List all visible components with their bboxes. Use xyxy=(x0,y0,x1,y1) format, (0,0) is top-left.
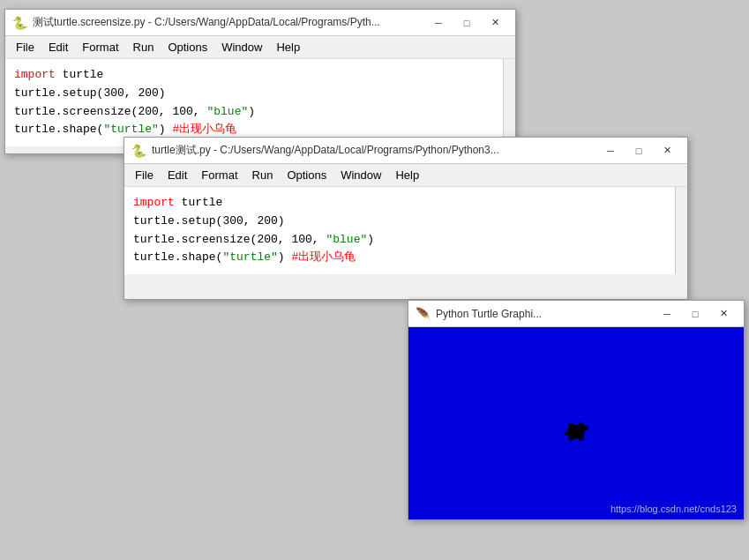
window2-controls: ─ □ ✕ xyxy=(597,141,680,161)
title-bar-2: 🐍 turtle测试.py - C:/Users/Wang/AppData/Lo… xyxy=(124,138,687,164)
turtle-svg xyxy=(558,415,594,446)
menu-edit-1[interactable]: Edit xyxy=(41,38,75,56)
window3-controls: ─ □ ✕ xyxy=(654,304,737,324)
svg-point-2 xyxy=(565,431,570,435)
window1-icon: 🐍 xyxy=(12,16,27,30)
close-button-2[interactable]: ✕ xyxy=(654,141,680,161)
menu-bar-2: File Edit Format Run Options Window Help xyxy=(124,164,687,187)
menu-run-2[interactable]: Run xyxy=(245,166,281,184)
window2-title: turtle测试.py - C:/Users/Wang/AppData/Loca… xyxy=(152,143,499,158)
menu-options-1[interactable]: Options xyxy=(161,38,214,56)
title-bar-3: 🪶 Python Turtle Graphi... ─ □ ✕ xyxy=(408,301,744,327)
menu-edit-2[interactable]: Edit xyxy=(161,166,194,184)
title-bar-left-1: 🐍 测试turtle.screensize.py - C:/Users/Wang… xyxy=(12,15,425,30)
close-button-1[interactable]: ✕ xyxy=(482,13,508,33)
window3-title: Python Turtle Graphi... xyxy=(436,308,542,320)
close-button-3[interactable]: ✕ xyxy=(710,304,737,324)
title-bar-left-2: 🐍 turtle测试.py - C:/Users/Wang/AppData/Lo… xyxy=(131,143,597,158)
code-line-2-1: import turtle xyxy=(133,194,678,213)
watermark: https://blog.csdn.net/cnds123 xyxy=(610,504,737,514)
window1-controls: ─ □ ✕ xyxy=(425,13,508,33)
menu-format-2[interactable]: Format xyxy=(194,166,244,184)
code-line-2-4: turtle.shape("turtle") #出现小乌龟 xyxy=(133,249,678,267)
idle-window-2[interactable]: 🐍 turtle测试.py - C:/Users/Wang/AppData/Lo… xyxy=(124,137,688,300)
window2-body: import turtle turtle.setup(300, 200) tur… xyxy=(124,187,687,274)
window3-icon: 🪶 xyxy=(416,307,431,321)
idle-window-1[interactable]: 🐍 测试turtle.screensize.py - C:/Users/Wang… xyxy=(4,9,516,154)
menu-file-1[interactable]: File xyxy=(9,38,41,56)
minimize-button-3[interactable]: ─ xyxy=(654,304,680,324)
window2-icon: 🐍 xyxy=(131,144,146,158)
title-bar-left-3: 🪶 Python Turtle Graphi... xyxy=(416,307,654,321)
code-line-1-2: turtle.setup(300, 200) xyxy=(14,85,506,103)
minimize-button-1[interactable]: ─ xyxy=(425,13,452,33)
scrollbar-1[interactable] xyxy=(503,59,515,146)
turtle-shape xyxy=(558,415,594,450)
menu-bar-1: File Edit Format Run Options Window Help xyxy=(5,36,515,59)
maximize-button-2[interactable]: □ xyxy=(625,141,652,161)
menu-help-1[interactable]: Help xyxy=(269,38,307,56)
window1-body: import turtle turtle.setup(300, 200) tur… xyxy=(5,59,515,146)
window1-code[interactable]: import turtle turtle.setup(300, 200) tur… xyxy=(5,59,515,146)
turtle-window-body: https://blog.csdn.net/cnds123 xyxy=(408,327,744,519)
menu-window-2[interactable]: Window xyxy=(333,166,388,184)
code-line-1-1: import turtle xyxy=(14,66,506,85)
menu-file-2[interactable]: File xyxy=(128,166,161,184)
minimize-button-2[interactable]: ─ xyxy=(597,141,624,161)
code-line-2-3: turtle.screensize(200, 100, "blue") xyxy=(133,231,678,250)
menu-run-1[interactable]: Run xyxy=(126,38,161,56)
title-bar-1: 🐍 测试turtle.screensize.py - C:/Users/Wang… xyxy=(5,10,515,36)
code-line-2-2: turtle.setup(300, 200) xyxy=(133,213,678,231)
maximize-button-3[interactable]: □ xyxy=(682,304,708,324)
menu-help-2[interactable]: Help xyxy=(388,166,426,184)
maximize-button-1[interactable]: □ xyxy=(453,13,480,33)
menu-options-2[interactable]: Options xyxy=(280,166,333,184)
scrollbar-2[interactable] xyxy=(675,187,687,274)
turtle-graphics-window[interactable]: 🪶 Python Turtle Graphi... ─ □ ✕ xyxy=(408,300,745,520)
window2-code[interactable]: import turtle turtle.setup(300, 200) tur… xyxy=(124,187,687,274)
menu-format-1[interactable]: Format xyxy=(75,38,125,56)
code-line-1-3: turtle.screensize(200, 100, "blue") xyxy=(14,103,506,122)
turtle-canvas: https://blog.csdn.net/cnds123 xyxy=(408,327,744,519)
menu-window-1[interactable]: Window xyxy=(214,38,269,56)
window1-title: 测试turtle.screensize.py - C:/Users/Wang/A… xyxy=(33,15,380,30)
